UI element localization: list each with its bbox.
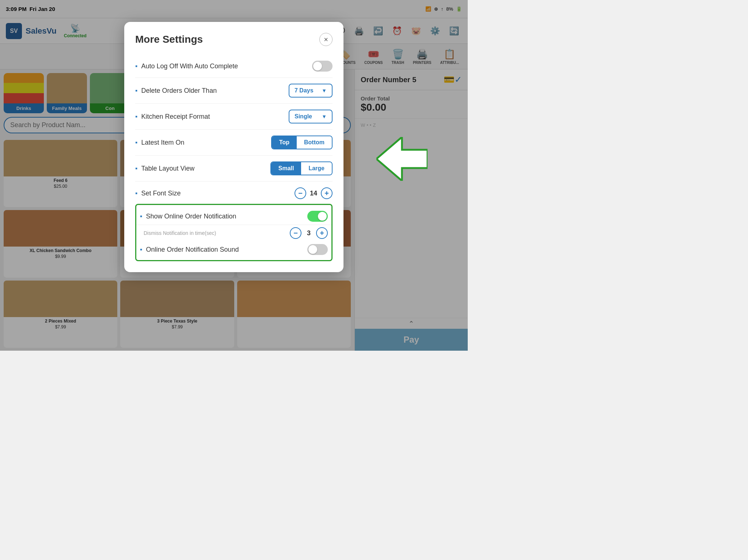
segment-large[interactable]: Large [301,162,332,175]
setting-label-area: ▪ Latest Item On [135,139,184,146]
modal: More Settings × ▪ Auto Log Off With Auto… [124,22,343,272]
setting-row-fontsize: ▪ Set Font Size − 14 + [135,182,333,205]
font-size-stepper: − 14 + [295,187,333,199]
overlay: More Settings × ▪ Auto Log Off With Auto… [0,0,468,351]
bullet-icon: ▪ [135,87,137,95]
setting-label-area: ▪ Set Font Size [135,190,181,197]
font-size-increase-button[interactable]: + [321,187,333,199]
bullet-icon: ▪ [135,139,137,146]
segment-small[interactable]: Small [271,162,301,175]
dismiss-increase-button[interactable]: + [316,227,328,239]
setting-row-latestitem: ▪ Latest Item On Top Bottom [135,130,333,156]
toggle-knob [308,245,317,254]
bullet-icon: ▪ [135,190,137,197]
setting-row-deleteorders: ▪ Delete Orders Older Than 7 Days ▼ [135,78,333,104]
dropdown-value: 7 Days [295,87,314,94]
setting-label: Show Online Order Notification [146,213,236,220]
dismiss-decrease-button[interactable]: − [290,227,301,239]
dropdown-value: Single [295,113,312,120]
setting-label-area: ▪ Delete Orders Older Than [135,87,217,95]
setting-row-autologoff: ▪ Auto Log Off With Auto Complete [135,55,333,78]
setting-label: Table Layout View [141,165,194,172]
bullet-icon: ▪ [140,246,142,254]
segment-bottom[interactable]: Bottom [297,136,332,149]
setting-label-area: ▪ Auto Log Off With Auto Complete [135,62,238,70]
sub-setting-label: Dismiss Notification in time(sec) [144,230,216,236]
green-arrow [376,137,428,182]
setting-row-notif-sound: ▪ Online Order Notification Sound [136,243,331,259]
setting-row-tablelayout: ▪ Table Layout View Small Large [135,156,333,182]
setting-label: Auto Log Off With Auto Complete [141,62,238,70]
setting-label: Online Order Notification Sound [146,246,239,254]
table-layout-segment: Small Large [270,161,333,175]
setting-label-area: ▪ Online Order Notification Sound [140,246,239,254]
setting-label: Delete Orders Older Than [141,87,217,95]
modal-title: More Settings [135,34,203,45]
font-size-value: 14 [309,190,318,197]
svg-marker-0 [376,137,428,181]
setting-row-onlinenotif: ▪ Show Online Order Notification [136,209,331,225]
setting-label: Kitchen Receipt Format [141,113,210,121]
toggle-autologoff[interactable] [312,61,333,72]
toggle-notif-sound[interactable] [307,244,328,255]
bullet-icon: ▪ [135,113,137,121]
dismiss-time-stepper: − 3 + [290,227,328,239]
chevron-down-icon: ▼ [322,114,327,119]
font-size-decrease-button[interactable]: − [295,187,306,199]
dismiss-value: 3 [304,229,313,237]
kitchen-format-dropdown[interactable]: Single ▼ [289,110,333,123]
sub-setting-row-dismiss: Dismiss Notification in time(sec) − 3 + [136,225,331,243]
toggle-onlinenotif[interactable] [307,211,328,222]
setting-row-kitchenformat: ▪ Kitchen Receipt Format Single ▼ [135,104,333,130]
setting-label-area: ▪ Table Layout View [135,165,194,172]
toggle-knob [313,62,322,71]
setting-label-area: ▪ Kitchen Receipt Format [135,113,210,121]
delete-orders-dropdown[interactable]: 7 Days ▼ [289,84,333,98]
latest-item-segment: Top Bottom [271,136,333,149]
segment-top[interactable]: Top [272,136,297,149]
setting-label-area: ▪ Show Online Order Notification [140,213,236,220]
modal-close-button[interactable]: × [319,33,333,46]
toggle-knob [318,212,327,221]
bullet-icon: ▪ [135,165,137,172]
setting-label: Set Font Size [141,190,181,197]
bullet-icon: ▪ [140,213,142,220]
highlighted-section: ▪ Show Online Order Notification Dismiss… [135,204,333,261]
chevron-down-icon: ▼ [322,88,327,94]
setting-label: Latest Item On [141,139,184,146]
modal-header: More Settings × [135,33,333,46]
bullet-icon: ▪ [135,62,137,70]
